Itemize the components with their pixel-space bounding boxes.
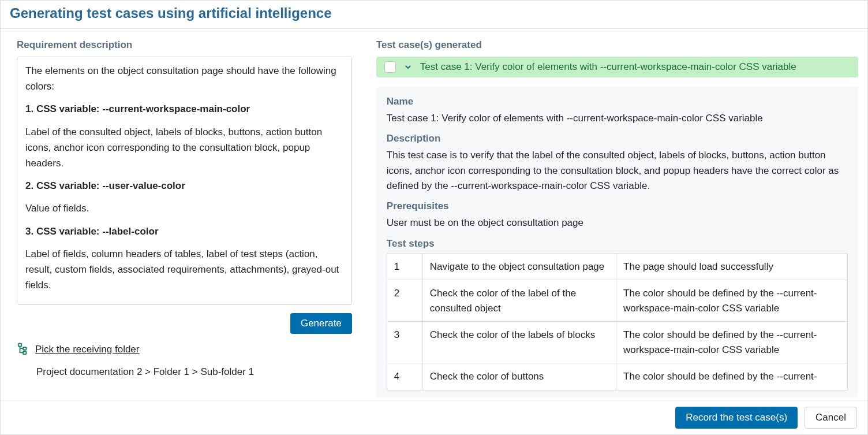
step-expected: The page should load successfully	[616, 253, 848, 280]
tc-name-label: Name	[387, 96, 848, 107]
tc-test-steps-label: Test steps	[387, 238, 848, 250]
step-number: 4	[387, 363, 422, 391]
requirement-description-textarea[interactable]: The elements on the object consultation …	[17, 57, 352, 305]
step-expected: The color should be defined by the --cur…	[616, 363, 848, 391]
generate-row: Generate	[17, 313, 352, 334]
svg-rect-1	[23, 347, 27, 350]
test-case-checkbox[interactable]	[384, 61, 396, 73]
folder-path-breadcrumb: Project documentation 2 > Folder 1 > Sub…	[36, 366, 352, 378]
dialog-title: Generating test cases using artificial i…	[10, 5, 858, 21]
tc-description-value: This test case is to verify that the lab…	[387, 148, 848, 194]
test-case-header-title: Test case 1: Verify color of elements wi…	[420, 61, 796, 73]
step-number: 1	[387, 253, 422, 280]
folder-link-row: Pick the receiving folder	[17, 342, 352, 357]
dialog-footer: Record the test case(s) Cancel	[1, 400, 867, 434]
req-intro-text: The elements on the object consultation …	[25, 63, 343, 94]
tc-name-value: Test case 1: Verify color of elements wi…	[387, 111, 848, 126]
step-number: 2	[387, 280, 422, 322]
step-action: Check the color of buttons	[422, 363, 616, 391]
req-item1-title: 1. CSS variable: --current-workspace-mai…	[25, 103, 250, 114]
test-case-detail-panel: Name Test case 1: Verify color of elemen…	[376, 87, 858, 397]
req-item3-title: 3. CSS variable: --label-color	[25, 226, 159, 237]
table-row: 2Check the color of the label of the con…	[387, 280, 847, 322]
test-cases-generated-label: Test case(s) generated	[376, 39, 858, 51]
left-column: Requirement description The elements on …	[1, 29, 365, 400]
table-row: 1Navigate to the object consultation pag…	[387, 253, 847, 280]
folder-section: Pick the receiving folder Project docume…	[17, 342, 352, 378]
step-action: Check the color of the labels of blocks	[422, 322, 616, 363]
req-item1-body: Label of the consulted object, labels of…	[25, 124, 343, 172]
tc-description-label: Description	[387, 133, 848, 144]
cancel-button[interactable]: Cancel	[805, 407, 857, 429]
test-steps-table: 1Navigate to the object consultation pag…	[387, 253, 848, 391]
table-row: 3Check the color of the labels of blocks…	[387, 322, 847, 363]
test-case-header[interactable]: Test case 1: Verify color of elements wi…	[376, 57, 858, 77]
step-number: 3	[387, 322, 422, 363]
tc-prerequisites-label: Prerequisites	[387, 200, 848, 212]
requirement-description-label: Requirement description	[17, 39, 352, 51]
req-item3-body: Label of fields, column headers of table…	[25, 246, 343, 293]
req-item2-body: Value of fields.	[25, 200, 343, 216]
step-action: Navigate to the object consultation page	[422, 253, 616, 280]
step-expected: The color should be defined by the --cur…	[616, 280, 848, 322]
svg-rect-2	[23, 352, 27, 355]
right-column: Test case(s) generated Test case 1: Veri…	[365, 29, 867, 400]
req-item2-title: 2. CSS variable: --user-value-color	[25, 180, 185, 191]
table-row: 4Check the color of buttonsThe color sho…	[387, 363, 847, 391]
pick-receiving-folder-link[interactable]: Pick the receiving folder	[35, 344, 139, 355]
dialog-header: Generating test cases using artificial i…	[1, 1, 867, 29]
collapse-icon[interactable]	[403, 62, 413, 72]
step-expected: The color should be defined by the --cur…	[616, 322, 848, 363]
step-action: Check the color of the label of the cons…	[422, 280, 616, 322]
tc-prerequisites-value: User must be on the object consultation …	[387, 215, 848, 230]
svg-rect-0	[18, 344, 22, 347]
ai-test-case-dialog: Generating test cases using artificial i…	[0, 0, 868, 435]
generate-button[interactable]: Generate	[290, 313, 352, 334]
record-test-cases-button[interactable]: Record the test case(s)	[675, 407, 798, 429]
dialog-body: Requirement description The elements on …	[1, 29, 867, 400]
folder-tree-icon	[17, 342, 29, 357]
